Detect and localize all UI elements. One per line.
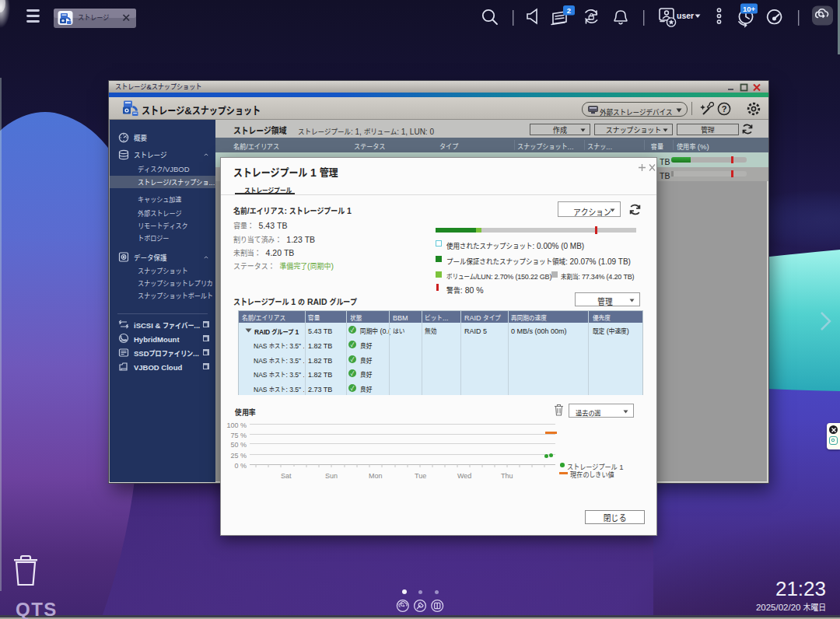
svg-text:user: user xyxy=(677,9,694,21)
svg-text:ストレージ: ストレージ xyxy=(78,12,109,23)
svg-text:2: 2 xyxy=(567,5,571,16)
svg-text:10+: 10+ xyxy=(743,3,756,14)
svg-text:?: ? xyxy=(722,102,727,114)
